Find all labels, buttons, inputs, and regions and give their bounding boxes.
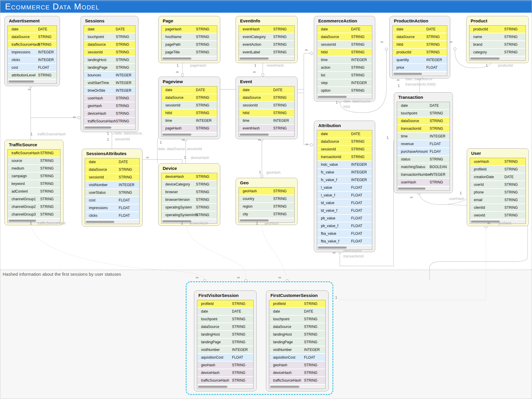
field-row[interactable]: sessionIdSTRING xyxy=(317,146,372,153)
field-row[interactable]: fba_value_fFLOAT xyxy=(317,238,372,245)
field-row[interactable]: dataSourceSTRING xyxy=(161,94,217,102)
field-row[interactable]: trafficSourceHashSTRING xyxy=(197,377,253,385)
field-row[interactable]: dateDATE xyxy=(393,26,447,33)
hscrollbar-thumb[interactable] xyxy=(270,386,299,388)
field-row[interactable]: hitIdSTRING xyxy=(393,41,447,49)
field-row[interactable]: clicksINTEGER xyxy=(8,56,57,64)
field-row[interactable]: geoHashSTRING xyxy=(269,362,325,369)
hscrollbar-thumb[interactable] xyxy=(394,73,422,75)
field-row[interactable]: priceFLOAT xyxy=(393,64,447,72)
table-hscrollbar[interactable] xyxy=(239,56,294,60)
field-row[interactable]: sessionIdSTRING xyxy=(84,49,135,56)
field-row[interactable]: listSTRING xyxy=(317,72,372,79)
table-page[interactable]: PagepageHashSTRINGhostNameSTRINGpagePath… xyxy=(158,16,220,63)
field-row[interactable]: channelGroup2STRING xyxy=(8,203,60,211)
field-row[interactable]: timeOnSiteINTEGER xyxy=(84,87,135,95)
field-row[interactable]: userHashSTRING xyxy=(397,179,450,186)
hscrollbar-thumb[interactable] xyxy=(398,188,425,190)
field-row[interactable]: phoneSTRING xyxy=(470,189,526,196)
field-row[interactable]: dataSourceSTRING xyxy=(317,33,372,41)
field-row[interactable]: owoxIdSTRING xyxy=(470,212,526,219)
table-geo[interactable]: GeogeoHashSTRINGcountrySTRINGregionSTRIN… xyxy=(236,178,298,225)
field-row[interactable]: eventHashSTRING xyxy=(239,125,294,132)
field-row[interactable]: profileIdSTRING xyxy=(470,166,526,173)
field-row[interactable]: dataSourceSTRING xyxy=(393,33,447,41)
table-hscrollbar[interactable] xyxy=(84,125,135,129)
field-row[interactable]: matchingStatusBOOLEAN xyxy=(397,163,450,171)
field-row[interactable]: bouncesINTEGER xyxy=(84,72,135,79)
field-row[interactable]: landingPageSTRING xyxy=(197,339,253,346)
field-row[interactable]: dataSourceSTRING xyxy=(197,323,253,331)
field-row[interactable]: pb_value_fFLOAT xyxy=(317,222,372,230)
field-row[interactable]: timeINTEGER xyxy=(397,133,450,140)
field-row[interactable]: creationDateDATE xyxy=(470,173,526,181)
field-row[interactable]: browserSTRING xyxy=(161,188,217,196)
field-row[interactable]: dataSourceSTRING xyxy=(85,166,139,174)
field-row[interactable]: timeINTEGER xyxy=(239,117,294,125)
table-hscrollbar[interactable] xyxy=(239,132,294,137)
hscrollbar-thumb[interactable] xyxy=(162,134,191,136)
field-row[interactable]: dateDATE xyxy=(84,26,135,33)
field-row[interactable]: mediumSTRING xyxy=(8,165,60,173)
field-row[interactable]: sessionIdSTRING xyxy=(161,102,217,109)
hscrollbar-thumb[interactable] xyxy=(240,134,269,136)
field-row[interactable]: touchpointSTRING xyxy=(197,316,253,323)
field-row[interactable]: attributionLevelSTRING xyxy=(8,72,57,79)
field-row[interactable]: touchpointSTRING xyxy=(84,33,135,41)
field-row[interactable]: trafficSourceHashSTRING xyxy=(84,118,135,125)
field-row[interactable]: fc_valueINTEGER xyxy=(317,169,372,176)
hscrollbar-thumb[interactable] xyxy=(198,386,227,388)
field-row[interactable]: transactionNumberINTEGER xyxy=(397,171,450,179)
field-row[interactable]: keywordSTRING xyxy=(8,180,60,188)
field-row[interactable]: actionSTRING xyxy=(317,64,372,72)
field-row[interactable]: visitNumberINTEGER xyxy=(197,346,253,354)
table-sessions[interactable]: SessionsdateDATEtouchpointSTRINGdataSour… xyxy=(81,16,138,132)
field-row[interactable]: visitNumberINTEGER xyxy=(269,346,325,354)
table-hscrollbar[interactable] xyxy=(469,56,526,60)
field-row[interactable]: stepINTEGER xyxy=(317,79,372,87)
field-row[interactable]: dateDATE xyxy=(197,308,253,316)
field-row[interactable]: eventCategorySTRING xyxy=(239,33,294,41)
field-row[interactable]: optionSTRING xyxy=(317,87,372,95)
field-row[interactable]: userHashSTRING xyxy=(84,95,135,102)
field-row[interactable]: landingPageSTRING xyxy=(269,339,325,346)
field-row[interactable]: aquisitionCostFLOAT xyxy=(197,354,253,362)
field-row[interactable]: profileIdSTRING xyxy=(269,300,325,308)
field-row[interactable]: deviceHashSTRING xyxy=(269,369,325,377)
hscrollbar-thumb[interactable] xyxy=(240,58,269,60)
field-row[interactable]: timeINTEGER xyxy=(317,56,372,64)
field-row[interactable]: browserVersionSTRING xyxy=(161,196,217,204)
field-row[interactable]: td_valueFLOAT xyxy=(317,199,372,207)
table-firstcustomersession[interactable]: FirstCustomerSessionprofileIdSTRINGdateD… xyxy=(266,290,329,391)
field-row[interactable]: impressionsFLOAT xyxy=(85,204,139,212)
field-row[interactable]: pageHashSTRING xyxy=(161,125,217,132)
field-row[interactable]: userIdSTRING xyxy=(470,181,526,189)
field-row[interactable]: eventActionSTRING xyxy=(239,41,294,49)
field-row[interactable]: adContentSTRING xyxy=(8,188,60,196)
field-row[interactable]: revenueFLOAT xyxy=(397,140,450,148)
field-row[interactable]: geoHashSTRING xyxy=(239,188,294,195)
field-row[interactable]: productIdSTRING xyxy=(469,26,526,33)
field-row[interactable]: deviceHashSTRING xyxy=(197,369,253,377)
field-row[interactable]: brandSTRING xyxy=(469,41,526,49)
table-sessionsattributes[interactable]: SessionsAttributesdateDATEdataSourceSTRI… xyxy=(82,149,143,226)
table-ecommerceaction[interactable]: EcommerceActiondateDATEdataSourceSTRINGs… xyxy=(314,16,375,101)
field-row[interactable]: regionSTRING xyxy=(239,203,294,211)
field-row[interactable]: quantityINTEGER xyxy=(393,56,447,64)
table-user[interactable]: UseruserHashSTRINGprofileIdSTRINGcreatio… xyxy=(467,148,529,226)
table-firstvisitorsession[interactable]: FirstVisitorSessionprofileIdSTRINGdateDA… xyxy=(194,290,257,391)
field-row[interactable]: l_value_fFLOAT xyxy=(317,192,372,199)
table-hscrollbar[interactable] xyxy=(85,220,139,224)
field-row[interactable]: clientIdSTRING xyxy=(470,204,526,212)
hscrollbar-thumb[interactable] xyxy=(471,221,500,223)
table-hscrollbar[interactable] xyxy=(393,72,447,76)
table-hscrollbar[interactable] xyxy=(161,56,217,60)
field-row[interactable]: pagePathSTRING xyxy=(161,41,217,49)
table-attribution[interactable]: AttributiondateDATEdataSourceSTRINGsessi… xyxy=(314,121,375,252)
field-row[interactable]: deviceHashSTRING xyxy=(161,173,217,181)
table-event[interactable]: EventdateDATEdataSourceSTRINGsessionIdST… xyxy=(236,77,298,139)
field-row[interactable]: geoHashSTRING xyxy=(197,362,253,369)
field-row[interactable]: deviceCategorySTRING xyxy=(161,181,217,188)
table-eventinfo[interactable]: EventInfoeventHashSTRINGeventCategorySTR… xyxy=(236,16,298,63)
field-row[interactable]: lndc_valueINTEGER xyxy=(317,161,372,169)
